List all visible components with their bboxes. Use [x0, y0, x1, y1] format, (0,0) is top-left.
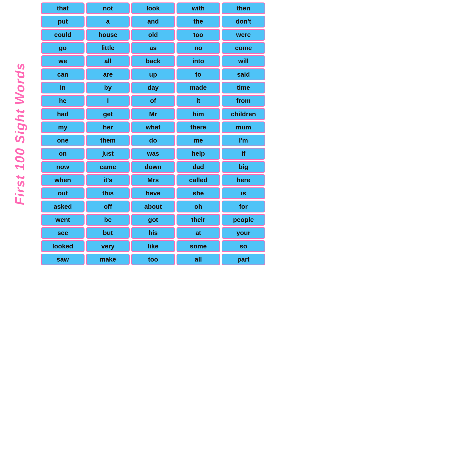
word-cell[interactable]: off	[86, 201, 130, 212]
word-cell[interactable]: asked	[41, 201, 85, 212]
word-cell[interactable]: a	[86, 16, 130, 27]
word-cell[interactable]: by	[86, 82, 130, 93]
word-cell[interactable]: she	[177, 187, 220, 199]
word-cell[interactable]: their	[177, 214, 220, 226]
word-cell[interactable]: with	[177, 2, 220, 14]
word-cell[interactable]: he	[41, 95, 85, 107]
word-cell[interactable]: day	[131, 82, 175, 93]
word-cell[interactable]: at	[177, 227, 220, 239]
word-cell[interactable]: dad	[177, 161, 220, 173]
word-cell[interactable]: is	[222, 187, 265, 199]
word-cell[interactable]: saw	[41, 254, 85, 265]
word-cell[interactable]: in	[41, 82, 85, 93]
word-cell[interactable]: was	[131, 148, 175, 159]
word-cell[interactable]: too	[177, 29, 220, 41]
word-cell[interactable]: into	[177, 55, 220, 67]
word-cell[interactable]: my	[41, 121, 85, 133]
word-cell[interactable]: do	[131, 135, 175, 146]
word-cell[interactable]: his	[131, 227, 175, 239]
word-cell[interactable]: for	[222, 201, 265, 212]
word-cell[interactable]: here	[222, 174, 265, 186]
word-cell[interactable]: house	[86, 29, 130, 41]
word-cell[interactable]: up	[131, 68, 175, 80]
word-cell[interactable]: be	[86, 214, 130, 226]
word-cell[interactable]: that	[41, 2, 85, 14]
word-cell[interactable]: just	[86, 148, 130, 159]
word-cell[interactable]: like	[131, 240, 175, 252]
word-cell[interactable]: about	[131, 201, 175, 212]
word-cell[interactable]: I	[86, 95, 130, 107]
word-cell[interactable]: had	[41, 108, 85, 120]
word-cell[interactable]: it's	[86, 174, 130, 186]
word-cell[interactable]: help	[177, 148, 220, 159]
word-cell[interactable]: don't	[222, 16, 265, 27]
word-cell[interactable]: time	[222, 82, 265, 93]
word-cell[interactable]: then	[222, 2, 265, 14]
word-cell[interactable]: too	[131, 254, 175, 265]
word-cell[interactable]: part	[222, 254, 265, 265]
word-cell[interactable]: will	[222, 55, 265, 67]
word-cell[interactable]: what	[131, 121, 175, 133]
word-cell[interactable]: all	[177, 254, 220, 265]
word-cell[interactable]: not	[86, 2, 130, 14]
word-cell[interactable]: look	[131, 2, 175, 14]
word-cell[interactable]: from	[222, 95, 265, 107]
word-cell[interactable]: could	[41, 29, 85, 41]
word-cell[interactable]: get	[86, 108, 130, 120]
word-cell[interactable]: all	[86, 55, 130, 67]
word-cell[interactable]: this	[86, 187, 130, 199]
word-cell[interactable]: made	[177, 82, 220, 93]
word-cell[interactable]: come	[222, 42, 265, 54]
word-cell[interactable]: but	[86, 227, 130, 239]
word-cell[interactable]: there	[177, 121, 220, 133]
word-cell[interactable]: and	[131, 16, 175, 27]
word-cell[interactable]: can	[41, 68, 85, 80]
word-cell[interactable]: very	[86, 240, 130, 252]
word-cell[interactable]: I'm	[222, 135, 265, 146]
word-cell[interactable]: down	[131, 161, 175, 173]
word-cell[interactable]: on	[41, 148, 85, 159]
word-cell[interactable]: no	[177, 42, 220, 54]
word-cell[interactable]: we	[41, 55, 85, 67]
word-cell[interactable]: Mr	[131, 108, 175, 120]
word-cell[interactable]: make	[86, 254, 130, 265]
word-cell[interactable]: now	[41, 161, 85, 173]
word-cell[interactable]: him	[177, 108, 220, 120]
word-cell[interactable]: said	[222, 68, 265, 80]
word-cell[interactable]: called	[177, 174, 220, 186]
word-cell[interactable]: them	[86, 135, 130, 146]
word-cell[interactable]: go	[41, 42, 85, 54]
word-cell[interactable]: of	[131, 95, 175, 107]
word-cell[interactable]: one	[41, 135, 85, 146]
word-cell[interactable]: your	[222, 227, 265, 239]
word-cell[interactable]: as	[131, 42, 175, 54]
word-cell[interactable]: see	[41, 227, 85, 239]
word-cell[interactable]: looked	[41, 240, 85, 252]
word-cell[interactable]: children	[222, 108, 265, 120]
word-cell[interactable]: put	[41, 16, 85, 27]
word-cell[interactable]: some	[177, 240, 220, 252]
word-cell[interactable]: are	[86, 68, 130, 80]
word-cell[interactable]: big	[222, 161, 265, 173]
word-cell[interactable]: people	[222, 214, 265, 226]
word-cell[interactable]: Mrs	[131, 174, 175, 186]
word-cell[interactable]: went	[41, 214, 85, 226]
word-cell[interactable]: if	[222, 148, 265, 159]
word-cell[interactable]: when	[41, 174, 85, 186]
word-cell[interactable]: got	[131, 214, 175, 226]
word-cell[interactable]: to	[177, 68, 220, 80]
word-cell[interactable]: have	[131, 187, 175, 199]
word-cell[interactable]: back	[131, 55, 175, 67]
word-cell[interactable]: her	[86, 121, 130, 133]
word-cell[interactable]: it	[177, 95, 220, 107]
word-cell[interactable]: so	[222, 240, 265, 252]
word-cell[interactable]: mum	[222, 121, 265, 133]
word-cell[interactable]: came	[86, 161, 130, 173]
word-cell[interactable]: were	[222, 29, 265, 41]
word-cell[interactable]: the	[177, 16, 220, 27]
word-cell[interactable]: me	[177, 135, 220, 146]
word-cell[interactable]: little	[86, 42, 130, 54]
word-cell[interactable]: oh	[177, 201, 220, 212]
word-cell[interactable]: old	[131, 29, 175, 41]
word-cell[interactable]: out	[41, 187, 85, 199]
